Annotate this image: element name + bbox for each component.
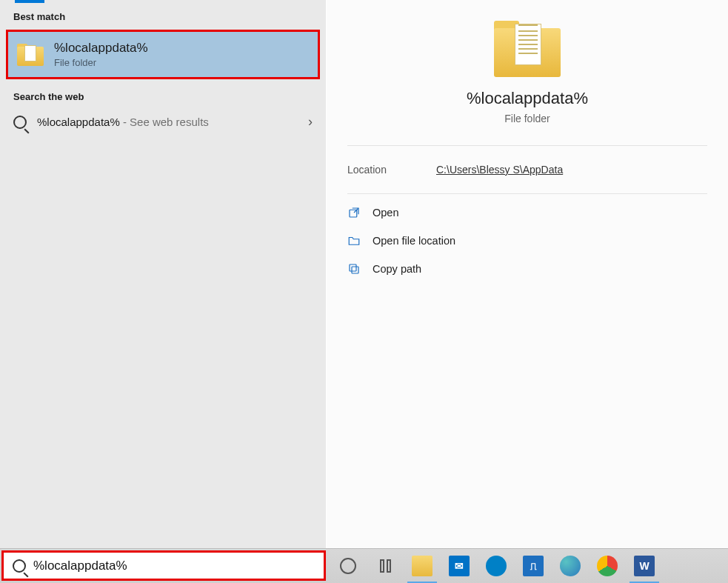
mail-button[interactable]: ✉ (441, 549, 477, 584)
chevron-right-icon: › (308, 114, 313, 130)
location-row: Location C:\Users\Blessy S\AppData (327, 150, 728, 189)
best-match-heading: Best match (0, 7, 326, 27)
best-match-title: %localappdata% (54, 41, 148, 56)
web-search-result[interactable]: %localappdata% - See web results › (0, 107, 326, 137)
web-result-suffix: - See web results (120, 116, 209, 128)
action-open-location-label: Open file location (373, 235, 455, 247)
task-view-icon (380, 559, 391, 573)
results-pane: Best match %localappdata% File folder Se… (0, 0, 326, 583)
folder-icon (494, 21, 561, 77)
separator (347, 145, 707, 146)
file-explorer-icon (412, 556, 433, 576)
tips-icon: ⎍ (523, 556, 544, 576)
action-open[interactable]: Open (327, 199, 728, 227)
dell-icon (486, 556, 507, 576)
dell-app-button[interactable] (478, 549, 514, 584)
task-view-button[interactable] (367, 549, 403, 584)
taskbar: ✉ ⎍ W (0, 548, 728, 583)
folder-icon (17, 44, 44, 66)
search-web-heading: Search the web (0, 87, 326, 107)
action-copy-path-label: Copy path (373, 263, 421, 275)
microsoft-tips-button[interactable]: ⎍ (515, 549, 551, 584)
filter-tab-strip[interactable] (0, 4, 326, 7)
edge-button[interactable] (552, 549, 588, 584)
edge-icon (560, 556, 581, 576)
flyout-body: Best match %localappdata% File folder Se… (0, 0, 728, 583)
preview-subtitle: File folder (504, 113, 550, 124)
separator (347, 193, 707, 194)
location-link[interactable]: C:\Users\Blessy S\AppData (436, 164, 563, 176)
mail-icon: ✉ (449, 556, 470, 576)
file-explorer-button[interactable] (404, 549, 440, 584)
open-icon (347, 206, 361, 219)
best-match-subtitle: File folder (54, 57, 148, 68)
cortana-button[interactable] (330, 549, 366, 584)
chrome-button[interactable] (590, 549, 625, 584)
taskbar-search-box[interactable] (1, 550, 326, 581)
action-copy-path[interactable]: Copy path (327, 255, 728, 283)
search-icon (13, 559, 26, 573)
windows-search-flyout: Best match %localappdata% File folder Se… (0, 0, 728, 583)
chrome-icon (597, 556, 618, 576)
taskbar-icons: ✉ ⎍ W (327, 549, 662, 584)
search-input[interactable] (33, 559, 315, 573)
copy-icon (347, 262, 361, 276)
action-open-label: Open (373, 207, 398, 219)
action-open-file-location[interactable]: Open file location (327, 227, 728, 255)
web-result-query: %localappdata% (37, 116, 120, 128)
search-icon (13, 116, 27, 129)
svg-rect-2 (350, 264, 356, 271)
location-label: Location (347, 164, 407, 176)
word-button[interactable]: W (627, 549, 662, 584)
svg-rect-1 (352, 267, 358, 273)
cortana-icon (340, 558, 356, 574)
preview-title: %localappdata% (467, 89, 588, 108)
best-match-result[interactable]: %localappdata% File folder (6, 30, 320, 79)
preview-pane: %localappdata% File folder Location C:\U… (326, 0, 728, 583)
word-icon: W (634, 556, 655, 576)
folder-location-icon (347, 234, 361, 247)
